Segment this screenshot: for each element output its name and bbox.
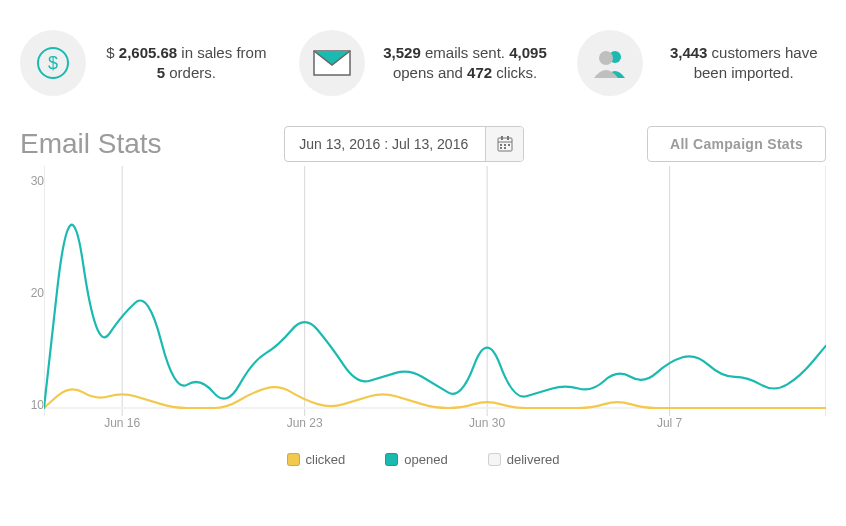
svg-rect-8 (507, 136, 509, 140)
chart-legend: clicked opened delivered (20, 446, 826, 467)
x-axis-labels: Jun 16Jun 23Jun 30Jul 7 (44, 416, 826, 434)
date-range-text[interactable]: Jun 13, 2016 : Jul 13, 2016 (285, 127, 485, 161)
page-title: Email Stats (20, 128, 162, 160)
stat-sales: $ $ 2,605.68 in sales from 5 orders. (20, 30, 269, 96)
dollar-icon: $ (20, 30, 86, 96)
svg-rect-9 (500, 144, 502, 146)
svg-point-4 (599, 51, 613, 65)
all-campaign-stats-button[interactable]: All Campaign Stats (647, 126, 826, 162)
svg-rect-12 (500, 147, 502, 149)
svg-rect-10 (504, 144, 506, 146)
svg-rect-13 (504, 147, 506, 149)
stat-emails-text: 3,529 emails sent. 4,095 opens and 472 c… (383, 43, 548, 84)
svg-rect-7 (501, 136, 503, 140)
sales-amount: 2,605.68 (119, 44, 177, 61)
legend-delivered: delivered (488, 452, 560, 467)
chart-plot-area (44, 166, 826, 416)
sales-orders: 5 (157, 64, 165, 81)
date-range-picker[interactable]: Jun 13, 2016 : Jul 13, 2016 (284, 126, 524, 162)
calendar-icon[interactable] (485, 127, 523, 161)
y-axis-labels: 30 20 10 (20, 174, 44, 412)
emails-opens: 4,095 (509, 44, 547, 61)
emails-clicks: 472 (467, 64, 492, 81)
svg-rect-11 (508, 144, 510, 146)
envelope-icon (299, 30, 365, 96)
legend-opened: opened (385, 452, 447, 467)
email-stats-chart: 30 20 10 Jun 16Jun 23Jun 30Jul 7 (20, 166, 826, 446)
stat-customers-text: 3,443 customers have been imported. (661, 43, 826, 84)
stat-sales-text: $ 2,605.68 in sales from 5 orders. (104, 43, 269, 84)
emails-sent: 3,529 (383, 44, 421, 61)
users-icon (577, 30, 643, 96)
svg-text:$: $ (48, 53, 58, 73)
stat-customers: 3,443 customers have been imported. (577, 30, 826, 96)
legend-clicked: clicked (287, 452, 346, 467)
summary-stats: $ $ 2,605.68 in sales from 5 orders. 3,5… (20, 20, 826, 126)
stat-emails: 3,529 emails sent. 4,095 opens and 472 c… (299, 30, 548, 96)
customers-imported: 3,443 (670, 44, 708, 61)
